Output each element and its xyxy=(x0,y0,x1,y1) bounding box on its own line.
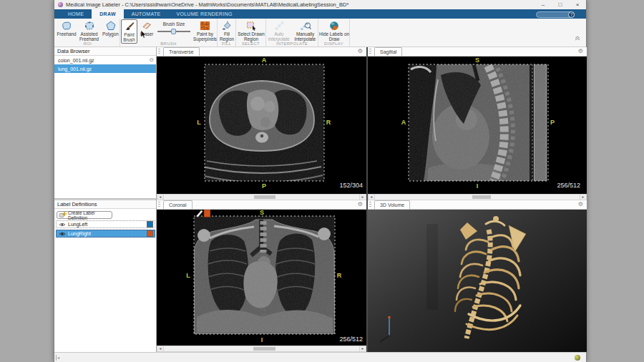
auto-interpolate-icon xyxy=(274,20,285,31)
scroll-right-icon[interactable]: ▸ xyxy=(359,195,366,200)
transverse-ct-image[interactable]: A P L R 152/304 xyxy=(157,57,366,194)
tab-automate[interactable]: AUTOMATE xyxy=(124,9,169,19)
assisted-freehand-button[interactable]: Assisted Freehand xyxy=(77,20,101,41)
brush-size-control[interactable]: Brush Size xyxy=(155,20,192,32)
scrollbar-thumb[interactable] xyxy=(253,347,275,351)
gear-icon[interactable]: ⚙ xyxy=(358,202,363,207)
tab-3d-volume[interactable]: 3D Volume xyxy=(374,200,410,209)
label-row-lungright[interactable]: LungRight xyxy=(56,230,155,238)
freehand-icon xyxy=(61,20,72,31)
scroll-left-icon[interactable]: ◂ xyxy=(157,346,164,351)
gear-icon[interactable]: ⚙ xyxy=(358,49,363,54)
status-globe-icon xyxy=(575,355,580,361)
manually-interpolate-icon xyxy=(300,20,311,31)
help-icon[interactable]: ? xyxy=(568,11,575,18)
eraser-icon xyxy=(142,20,152,31)
group-label-roi: ROI xyxy=(56,41,119,46)
visibility-eye-icon[interactable] xyxy=(59,222,66,228)
file-name: lung_001.nii.gz xyxy=(58,67,92,72)
status-bar: ◂ xyxy=(54,352,586,362)
label-color-swatch[interactable] xyxy=(147,221,153,228)
paint-brush-icon xyxy=(125,21,135,31)
maximize-button[interactable]: □ xyxy=(552,0,569,9)
superpixels-icon xyxy=(200,20,210,31)
tab-transverse[interactable]: Transverse xyxy=(163,47,200,56)
select-drawn-region-button[interactable]: Select Drawn Region xyxy=(236,20,266,41)
visibility-eye-icon[interactable] xyxy=(59,231,66,237)
orientation-label-inferior: I xyxy=(477,182,479,190)
minimize-button[interactable]: – xyxy=(535,0,552,9)
label-definitions-panel: Label Definitions Create Label Definitio… xyxy=(54,200,156,238)
tab-home[interactable]: HOME xyxy=(60,9,92,19)
file-row-colon[interactable]: colon_001.nii.gz ⊖ xyxy=(54,56,156,64)
transverse-hscrollbar[interactable]: ◂ ▸ xyxy=(157,194,366,200)
volume-3d-render[interactable] xyxy=(368,210,587,352)
hide-labels-on-draw-button[interactable]: Hide Labels on Draw xyxy=(318,20,350,41)
auto-interpolate-button[interactable]: Auto Interpolate xyxy=(266,20,292,41)
manually-interpolate-button[interactable]: Manually Interpolate xyxy=(292,20,318,41)
gear-icon[interactable]: ⚙ xyxy=(578,202,583,207)
orientation-label-inferior: I xyxy=(261,336,263,343)
label-row-lungleft[interactable]: LungLeft xyxy=(56,220,155,228)
orientation-label-anterior: A xyxy=(401,119,406,126)
orientation-label-posterior: P xyxy=(262,182,266,190)
tab-sagittal[interactable]: Sagittal xyxy=(374,47,402,56)
panel-grip[interactable] xyxy=(158,202,160,208)
scroll-left-icon[interactable]: ◂ xyxy=(157,195,164,200)
group-label-brush: BRUSH xyxy=(120,41,217,46)
assisted-freehand-icon xyxy=(84,20,95,31)
file-row-lung[interactable]: lung_001.nii.gz xyxy=(54,64,156,73)
group-label-display: DISPLAY xyxy=(318,41,349,46)
panel-grip[interactable] xyxy=(369,49,371,55)
paint-by-superpixels-button[interactable]: Paint by Superpixels xyxy=(192,20,218,41)
panel-grip[interactable] xyxy=(158,49,160,55)
orientation-label-anterior: A xyxy=(262,57,267,64)
sagittal-ct-image[interactable]: S I A P 256/512 xyxy=(368,57,587,194)
panel-grip[interactable] xyxy=(369,202,371,208)
tab-coronal[interactable]: Coronal xyxy=(163,200,192,209)
coronal-hscrollbar[interactable]: ◂ ▸ xyxy=(157,346,366,352)
quick-access-pill[interactable]: ? xyxy=(536,11,575,18)
title-bar: Medical Image Labeler - C:\Users\ssidhwa… xyxy=(54,0,586,9)
sagittal-hscrollbar[interactable]: ◂ ▸ xyxy=(368,194,587,200)
freehand-button[interactable]: Freehand xyxy=(56,20,77,36)
slice-indicator: 256/512 xyxy=(557,182,580,189)
create-label-definition-button[interactable]: Create Label Definition xyxy=(57,211,112,219)
brush-size-slider[interactable] xyxy=(157,31,190,32)
scrollbar-thumb[interactable] xyxy=(254,195,275,199)
orientation-label-superior: S xyxy=(260,210,264,216)
scroll-right-icon[interactable]: ▸ xyxy=(359,346,366,351)
group-interpolate: Auto Interpolate Manually Interpolate IN… xyxy=(266,19,318,47)
orientation-label-left: L xyxy=(186,272,190,279)
tab-draw[interactable]: DRAW xyxy=(92,9,124,19)
coronal-ct-image[interactable]: S I L R 256/512 xyxy=(157,210,366,346)
collapse-ribbon-icon[interactable] xyxy=(575,31,580,44)
mouse-cursor xyxy=(140,30,147,39)
polygon-icon xyxy=(106,20,116,31)
app-icon xyxy=(58,2,63,7)
create-label-definition-label: Create Label Definition xyxy=(68,210,112,220)
fill-region-button[interactable]: Fill Region xyxy=(218,20,236,41)
remove-file-icon[interactable]: ⊖ xyxy=(149,57,154,63)
group-roi: Freehand Assisted Freehand Polygon ROI xyxy=(56,19,120,47)
panel-collapse-grip[interactable]: ◂ xyxy=(56,355,59,361)
scroll-right-icon[interactable]: ▸ xyxy=(580,195,586,200)
brush-size-slider-thumb[interactable] xyxy=(171,29,176,34)
window-title: Medical Image Labeler - C:\Users\ssidhwa… xyxy=(66,1,348,8)
scroll-left-icon[interactable]: ◂ xyxy=(369,195,375,200)
ribbon-tab-strip: HOME DRAW AUTOMATE VOLUME RENDERING ? xyxy=(54,9,586,19)
slice-indicator: 256/512 xyxy=(339,336,363,343)
paint-brush-button[interactable]: Paint Brush xyxy=(121,19,137,44)
gear-icon[interactable]: ⚙ xyxy=(578,49,583,54)
scrollbar-thumb[interactable] xyxy=(472,195,491,199)
label-color-swatch[interactable] xyxy=(147,230,153,237)
label-definitions-title: Label Definitions xyxy=(57,201,97,207)
orientation-label-right: R xyxy=(337,272,342,279)
tab-volume-rendering[interactable]: VOLUME RENDERING xyxy=(168,9,240,19)
group-brush: Paint Brush Eraser Brush Size Paint by S… xyxy=(120,19,218,47)
group-select: Select Drawn Region SELECT xyxy=(236,19,266,47)
close-button[interactable]: × xyxy=(569,0,586,9)
polygon-button[interactable]: Polygon xyxy=(101,20,120,36)
group-label-interpolate: INTERPOLATE xyxy=(266,41,318,46)
group-display: Hide Labels on Draw DISPLAY xyxy=(318,19,350,47)
